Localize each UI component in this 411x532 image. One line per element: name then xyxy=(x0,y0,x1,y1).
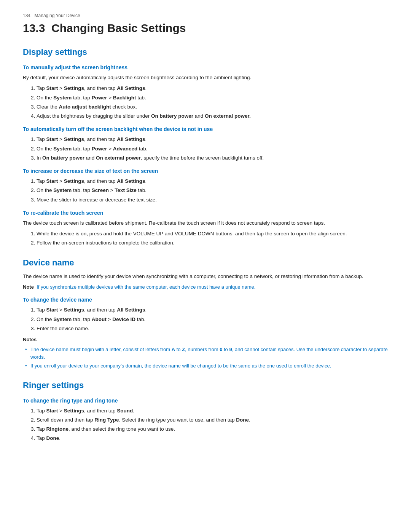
list-item: In On battery power and On external powe… xyxy=(37,154,388,162)
list-item: Tap Start > Settings, and then tap Sound… xyxy=(37,407,388,415)
list-item: Tap Start > Settings, and then tap All S… xyxy=(37,306,388,314)
section-title-ringer: Ringer settings xyxy=(23,379,388,391)
chapter-title: 13.3 Changing Basic Settings xyxy=(23,19,388,37)
text-size-steps: Tap Start > Settings, and then tap All S… xyxy=(37,177,388,204)
list-item: On the System tab, tap Power > Advanced … xyxy=(37,145,388,153)
list-item: Tap Done. xyxy=(37,435,388,442)
subsection-title-change-device-name: To change the device name xyxy=(23,296,388,304)
brightness-intro: By default, your device automatically ad… xyxy=(23,74,388,81)
change-device-name-steps: Tap Start > Settings, and then tap All S… xyxy=(37,306,388,332)
device-name-notes-list: The device name must begin with a letter… xyxy=(23,346,388,370)
list-item: Tap Start > Settings, and then tap All S… xyxy=(37,136,388,143)
list-item: On the System tab, tap About > Device ID… xyxy=(37,316,388,323)
list-item: Tap Start > Settings, and then tap All S… xyxy=(37,85,388,92)
page-header: 134 Managing Your Device xyxy=(23,11,388,19)
subsection-title-auto-backlight: To automatically turn off the screen bac… xyxy=(23,125,388,133)
list-item: Clear the Auto adjust backlight check bo… xyxy=(37,103,388,111)
subsection-title-text-size: To increase or decrease the size of text… xyxy=(23,167,388,175)
list-item: Tap Ringtone, and then select the ring t… xyxy=(37,425,388,433)
list-item: Adjust the brightness by dragging the sl… xyxy=(37,112,388,120)
device-name-intro: The device name is used to identify your… xyxy=(23,273,388,280)
subsection-title-ring-type: To change the ring type and ring tone xyxy=(23,397,388,405)
ring-type-steps: Tap Start > Settings, and then tap Sound… xyxy=(37,407,388,443)
auto-backlight-steps: Tap Start > Settings, and then tap All S… xyxy=(37,136,388,162)
list-item: If you enroll your device to your compan… xyxy=(23,362,388,370)
list-item: Move the slider to increase or decrease … xyxy=(37,196,388,204)
list-item: The device name must begin with a letter… xyxy=(23,346,388,361)
subsection-title-brightness: To manually adjust the screen brightness xyxy=(23,64,388,72)
list-item: Follow the on-screen instructions to com… xyxy=(37,239,388,247)
list-item: Enter the device name. xyxy=(37,325,388,332)
list-item: On the System tab, tap Screen > Text Siz… xyxy=(37,187,388,194)
list-item: On the System tab, tap Power > Backlight… xyxy=(37,94,388,102)
list-item: Tap Start > Settings, and then tap All S… xyxy=(37,177,388,185)
recalibrate-intro: The device touch screen is calibrated be… xyxy=(23,219,388,227)
recalibrate-steps: While the device is on, press and hold t… xyxy=(37,230,388,247)
device-name-note-line: Note If you synchronize multiple devices… xyxy=(23,283,388,291)
list-item: While the device is on, press and hold t… xyxy=(37,230,388,238)
section-title-device-name: Device name xyxy=(23,256,388,269)
subsection-title-recalibrate: To re-calibrate the touch screen xyxy=(23,209,388,217)
section-title-display: Display settings xyxy=(23,46,388,58)
brightness-steps: Tap Start > Settings, and then tap All S… xyxy=(37,85,388,120)
device-name-notes-block: Notes The device name must begin with a … xyxy=(23,335,388,370)
list-item: Scroll down and then tap Ring Type. Sele… xyxy=(37,416,388,424)
